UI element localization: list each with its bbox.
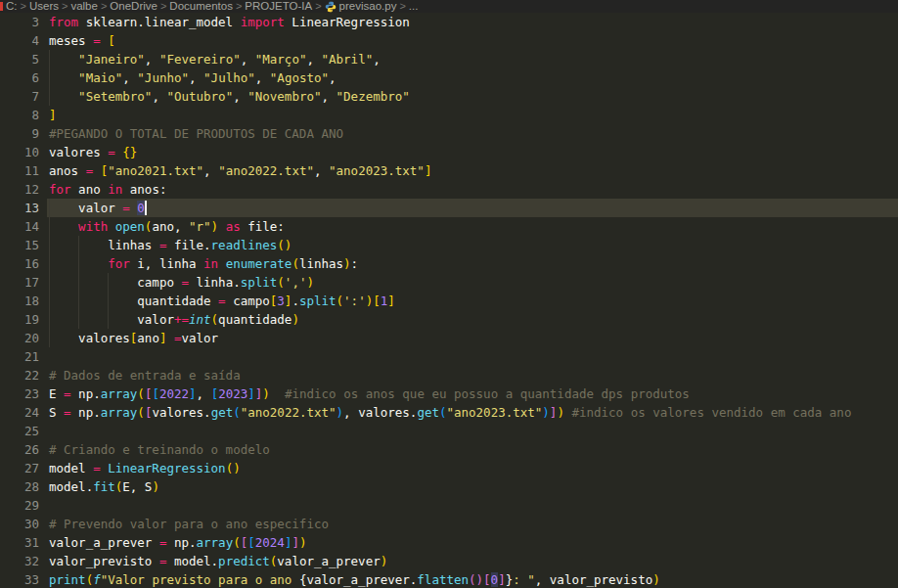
line-number[interactable]: 25 <box>0 422 47 440</box>
line-number[interactable]: 11 <box>0 161 47 180</box>
line-number[interactable]: 29 <box>0 496 47 515</box>
code-line-content[interactable]: valor+=int(quantidade) <box>47 310 898 329</box>
line-number[interactable]: 8 <box>0 106 47 124</box>
code-line-content[interactable]: valor = 0 <box>47 199 898 217</box>
code-line-content[interactable]: valores = {} <box>47 143 898 161</box>
line-number[interactable]: 16 <box>0 254 47 273</box>
breadcrumb-item-users[interactable]: Users <box>28 0 60 13</box>
code-line[interactable]: 24S = np.array([valores.get("ano2022.txt… <box>0 403 898 422</box>
code-line[interactable]: 28model.fit(E, S) <box>0 477 898 496</box>
line-number[interactable]: 32 <box>0 552 47 570</box>
code-line[interactable]: 8] <box>0 106 898 124</box>
line-number[interactable]: 4 <box>0 31 47 50</box>
code-line-content[interactable] <box>47 422 898 440</box>
breadcrumb-item-onedrive[interactable]: OneDrive <box>109 0 158 13</box>
code-line[interactable]: 23E = np.array([[2022], [2023]]) #indico… <box>0 384 898 403</box>
code-line[interactable]: 9#PEGANDO O TOTAL DE PRODUTOS DE CADA AN… <box>0 124 898 143</box>
line-number[interactable]: 17 <box>0 273 47 292</box>
code-line-content[interactable]: ] <box>47 106 898 124</box>
code-line-content[interactable]: for i, linha in enumerate(linhas): <box>47 254 898 273</box>
line-number[interactable]: 9 <box>0 124 47 143</box>
code-line-content[interactable]: valores[ano] =valor <box>47 329 898 347</box>
code-line[interactable]: 21 <box>0 347 898 366</box>
code-line-content[interactable]: "Maio", "Junho", "Julho", "Agosto", <box>47 68 898 87</box>
code-line-content[interactable]: valor_previsto = model.predict(valor_a_p… <box>47 552 898 570</box>
line-number[interactable]: 20 <box>0 329 47 347</box>
code-line-content[interactable]: # Dados de entrada e saída <box>47 366 898 384</box>
code-line[interactable]: 30# Prevendo valor para o ano especifico <box>0 515 898 533</box>
code-line-content[interactable]: print(f"Valor previsto para o ano {valor… <box>47 570 898 588</box>
code-line-content[interactable] <box>47 347 898 366</box>
code-line[interactable]: 25 <box>0 422 898 440</box>
line-number[interactable]: 23 <box>0 384 47 403</box>
code-line-content[interactable]: # Criando e treinando o modelo <box>47 440 898 459</box>
code-line-content[interactable]: #PEGANDO O TOTAL DE PRODUTOS DE CADA ANO <box>47 124 898 143</box>
line-number[interactable]: 13 <box>0 199 47 217</box>
code-line-content[interactable]: from sklearn.linear_model import LinearR… <box>47 13 898 31</box>
code-line[interactable]: 20 valores[ano] =valor <box>0 329 898 347</box>
code-line[interactable]: 10valores = {} <box>0 143 898 161</box>
code-line-content[interactable]: for ano in anos: <box>47 180 898 199</box>
breadcrumb-item-documentos[interactable]: Documentos <box>168 0 234 13</box>
code-line[interactable]: 22# Dados de entrada e saída <box>0 366 898 384</box>
code-line-content[interactable]: quantidade = campo[3].split(':')[1] <box>47 292 898 310</box>
code-line[interactable]: 33print(f"Valor previsto para o ano {val… <box>0 570 898 588</box>
line-number[interactable]: 15 <box>0 236 47 254</box>
code-line[interactable]: 27model = LinearRegression() <box>0 459 898 477</box>
code-line[interactable]: 19 valor+=int(quantidade) <box>0 310 898 329</box>
line-number[interactable]: 26 <box>0 440 47 459</box>
code-line-content[interactable]: "Setembro", "Outubro", "Novembro", "Deze… <box>47 87 898 106</box>
code-line-content[interactable]: model = LinearRegression() <box>47 459 898 477</box>
code-line[interactable]: 31valor_a_prever = np.array([[2024]]) <box>0 533 898 552</box>
line-number[interactable]: 7 <box>0 87 47 106</box>
code-line[interactable]: 29 <box>0 496 898 515</box>
code-line[interactable]: 12for ano in anos: <box>0 180 898 199</box>
code-line[interactable]: 14 with open(ano, "r") as file: <box>0 217 898 236</box>
code-line-content[interactable]: "Janeiro", "Fevereiro", "Março", "Abril"… <box>47 50 898 68</box>
breadcrumb-item-previsao-py[interactable]: previsao.py <box>324 0 398 13</box>
code-line[interactable]: 26# Criando e treinando o modelo <box>0 440 898 459</box>
code-line-content[interactable]: # Prevendo valor para o ano especifico <box>47 515 898 533</box>
breadcrumb-item-valbe[interactable]: valbe <box>69 0 99 13</box>
code-line-content[interactable]: with open(ano, "r") as file: <box>47 217 898 236</box>
line-number[interactable]: 12 <box>0 180 47 199</box>
code-line[interactable]: 17 campo = linha.split(',') <box>0 273 898 292</box>
line-number[interactable]: 24 <box>0 403 47 422</box>
line-number[interactable]: 28 <box>0 477 47 496</box>
code-line[interactable]: 3from sklearn.linear_model import Linear… <box>0 13 898 31</box>
code-line[interactable]: 6 "Maio", "Junho", "Julho", "Agosto", <box>0 68 898 87</box>
code-line-content[interactable]: E = np.array([[2022], [2023]]) #indico o… <box>47 384 898 403</box>
code-line-content[interactable]: linhas = file.readlines() <box>47 236 898 254</box>
breadcrumb-item-c-[interactable]: C: <box>5 0 19 13</box>
line-number[interactable]: 27 <box>0 459 47 477</box>
line-number[interactable]: 6 <box>0 68 47 87</box>
line-number[interactable]: 3 <box>0 13 47 31</box>
code-line-content[interactable]: meses = [ <box>47 31 898 50</box>
breadcrumb-item--[interactable]: ... <box>408 0 420 13</box>
code-line[interactable]: 15 linhas = file.readlines() <box>0 236 898 254</box>
line-number[interactable]: 18 <box>0 292 47 310</box>
code-line[interactable]: 4meses = [ <box>0 31 898 50</box>
line-number[interactable]: 22 <box>0 366 47 384</box>
line-number[interactable]: 5 <box>0 50 47 68</box>
breadcrumb-item-projeto-ia[interactable]: PROJETO-IA <box>244 0 313 13</box>
line-number[interactable]: 10 <box>0 143 47 161</box>
code-line[interactable]: 11anos = ["ano2021.txt", "ano2022.txt", … <box>0 161 898 180</box>
line-number[interactable]: 30 <box>0 515 47 533</box>
code-line[interactable]: 13 valor = 0 <box>0 199 898 217</box>
code-line-content[interactable] <box>47 496 898 515</box>
code-line[interactable]: 5 "Janeiro", "Fevereiro", "Março", "Abri… <box>0 50 898 68</box>
line-number[interactable]: 19 <box>0 310 47 329</box>
line-number[interactable]: 14 <box>0 217 47 236</box>
code-line-content[interactable]: anos = ["ano2021.txt", "ano2022.txt", "a… <box>47 161 898 180</box>
code-line-content[interactable]: S = np.array([valores.get("ano2022.txt")… <box>47 403 898 422</box>
line-number[interactable]: 31 <box>0 533 47 552</box>
code-line-content[interactable]: valor_a_prever = np.array([[2024]]) <box>47 533 898 552</box>
code-editor[interactable]: 3from sklearn.linear_model import Linear… <box>0 13 898 588</box>
code-line[interactable]: 7 "Setembro", "Outubro", "Novembro", "De… <box>0 87 898 106</box>
code-line[interactable]: 32valor_previsto = model.predict(valor_a… <box>0 552 898 570</box>
line-number[interactable]: 33 <box>0 570 47 588</box>
code-line-content[interactable]: model.fit(E, S) <box>47 477 898 496</box>
code-line-content[interactable]: campo = linha.split(',') <box>47 273 898 292</box>
line-number[interactable]: 21 <box>0 347 47 366</box>
